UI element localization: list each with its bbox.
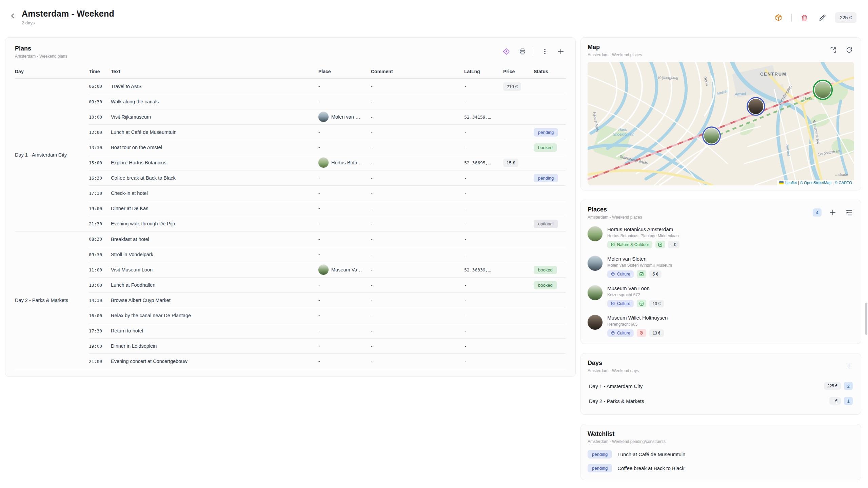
plan-latlng: - — [464, 344, 503, 349]
map-label-hortus: Hortus… — [804, 97, 817, 101]
map-canvas[interactable]: Krijtbergbrug Rokin Amstel Amstel CENTRU… — [588, 62, 854, 185]
place-item[interactable]: Museum Willet-Holthuysen Herengracht 605… — [588, 315, 854, 337]
plan-text: Return to hotel — [111, 328, 318, 333]
place-empty: - — [318, 99, 320, 104]
day-group-label: Day 1 - Amsterdam City — [15, 79, 89, 231]
plan-place: - — [318, 252, 371, 257]
plan-row[interactable]: 16:30 Coffee break at Back to Black - - … — [89, 170, 566, 185]
place-price-badge: - € — [668, 241, 679, 248]
plan-row[interactable]: 06:00 Travel to AMS - - - 210 € — [89, 79, 566, 94]
watchlist-row[interactable]: pending Lunch at Café de Museumtuin — [588, 450, 854, 459]
scrollbar-thumb[interactable] — [865, 303, 867, 335]
day-group-label: Day 2 - Parks & Markets — [15, 231, 89, 369]
plan-row[interactable]: 14:30 Browse Albert Cuyp Market - - - — [89, 292, 566, 308]
place-item[interactable]: Hortus Botanicus Amsterdam Hortus Botani… — [588, 226, 854, 248]
plan-row[interactable]: 12:00 Lunch at Café de Museumtuin - - - … — [89, 124, 566, 140]
plans-table: Day Time Text Place Comment LatLng Price… — [15, 65, 566, 369]
places-list-options-button[interactable] — [844, 207, 854, 218]
plan-latlng: - — [464, 221, 503, 226]
cube-icon — [611, 331, 615, 335]
day-row[interactable]: Day 1 - Amsterdam City 225 € 2 — [588, 379, 854, 393]
map-marker-hortus[interactable] — [813, 80, 832, 99]
plan-latlng: - — [464, 191, 503, 196]
place-subtitle: Herengracht 605 — [607, 322, 668, 327]
osm-link[interactable]: © OpenStreetMap — [800, 181, 831, 185]
route-button[interactable] — [501, 46, 511, 57]
add-place-button[interactable] — [828, 207, 838, 218]
plan-text: Coffee break at Back to Black — [111, 175, 318, 181]
plan-latlng: - — [464, 252, 503, 257]
watchlist-row[interactable]: pending Coffee break at Back to Black — [588, 464, 854, 472]
back-button[interactable] — [9, 11, 16, 21]
place-item[interactable]: Molen van Sloten Molen van Sloten Windmi… — [588, 256, 854, 278]
day-row[interactable]: Day 2 - Parks & Markets - € 1 — [588, 393, 854, 408]
place-avatar — [318, 112, 329, 122]
plan-text: Visit Museum Loon — [111, 267, 318, 272]
plan-place: - — [318, 84, 371, 89]
places-count-badge: 4 — [813, 208, 822, 217]
day-count-badge: 2 — [844, 382, 853, 390]
plan-text: Check-in at hotel — [111, 190, 318, 196]
plan-text: Breakfast at hotel — [111, 237, 318, 242]
map-refresh-button[interactable] — [844, 45, 854, 55]
plan-place: - — [318, 190, 371, 196]
place-empty: - — [318, 282, 320, 288]
plan-place: Hortus Bota… — [318, 158, 371, 168]
plan-row[interactable]: 19:00 Dinner at De Kas - - - — [89, 201, 566, 216]
map-expand-button[interactable] — [828, 45, 838, 55]
plan-time: 11:00 — [89, 267, 111, 272]
place-empty: - — [318, 129, 320, 135]
plan-comment: - — [371, 160, 464, 165]
place-empty: - — [318, 84, 320, 89]
plan-row[interactable]: 21:30 Evening walk through De Pijp - - -… — [89, 216, 566, 231]
delete-trip-button[interactable] — [799, 13, 810, 23]
plan-time: 16:30 — [89, 176, 111, 181]
plan-row[interactable]: 17:30 Return to hotel - - - — [89, 323, 566, 338]
plan-row[interactable]: 17:30 Check-in at hotel - - - — [89, 185, 566, 201]
trash-icon — [801, 14, 808, 22]
status-badge: pending — [534, 128, 558, 137]
plan-comment: - — [371, 145, 464, 150]
plan-row[interactable]: 16:00 Relax by the canal near De Plantag… — [89, 308, 566, 323]
plan-row[interactable]: 08:30 Breakfast at hotel - - - — [89, 231, 566, 247]
carto-link[interactable]: © CARTO — [834, 181, 852, 185]
plan-latlng: - — [464, 99, 503, 104]
plan-day-group: Day 1 - Amsterdam City 06:00 Travel to A… — [15, 79, 566, 231]
price-badge: 15 € — [503, 159, 518, 167]
export-package-button[interactable] — [773, 12, 784, 23]
checkbox-check-icon — [639, 272, 644, 277]
status-badge: booked — [534, 281, 557, 289]
cube-icon — [611, 301, 615, 306]
leaflet-link[interactable]: Leaflet — [785, 181, 797, 185]
plus-icon — [845, 362, 853, 370]
edit-trip-button[interactable] — [817, 13, 828, 23]
plan-time: 19:00 — [89, 206, 111, 211]
plan-row[interactable]: 09:30 Walk along the canals - - - — [89, 94, 566, 109]
page-title: Amsterdam - Weekend — [22, 9, 114, 19]
plan-comment: - — [371, 252, 464, 257]
print-button[interactable] — [517, 46, 528, 57]
day-label: Day 2 - Parks & Markets — [589, 398, 644, 404]
plan-row[interactable]: 19:00 Dinner in Leidseplein - - - — [89, 338, 566, 353]
plan-row[interactable]: 21:00 Evening concert at Concertgebouw -… — [89, 353, 566, 369]
plan-time: 09:30 — [89, 252, 111, 257]
plan-row[interactable]: 15:00 Explore Hortus Botanicus Hortus Bo… — [89, 155, 566, 170]
attr-comma: , — [832, 181, 833, 185]
plan-text: Dinner at De Kas — [111, 206, 318, 211]
map-marker-vanloon[interactable] — [703, 127, 720, 145]
plan-row[interactable]: 11:00 Visit Museum Loon Museum Va… - 52.… — [89, 262, 566, 277]
plan-row[interactable]: 10:00 Visit Rijksmuseum Molen van … - 52… — [89, 109, 566, 124]
plan-row[interactable]: 13:00 Lunch at Foodhallen - - - booked — [89, 277, 566, 292]
plan-row[interactable]: 13:30 Boat tour on the Amstel - - - book… — [89, 140, 566, 155]
plan-time: 17:30 — [89, 328, 111, 333]
plan-time: 06:00 — [89, 84, 111, 89]
map-marker-willet[interactable] — [747, 98, 765, 115]
add-day-button[interactable] — [844, 361, 854, 371]
plans-panel: Plans Amsterdam - Weekend plans — [5, 37, 576, 377]
page-header: Amsterdam - Weekend 2 days 225 € — [0, 0, 868, 34]
plans-more-button[interactable] — [540, 47, 550, 56]
add-plan-button[interactable] — [556, 46, 566, 57]
plan-place: - — [318, 175, 371, 181]
place-item[interactable]: Museum Van Loon Keizersgracht 672 Cultur… — [588, 285, 854, 307]
plan-row[interactable]: 09:30 Stroll in Vondelpark - - - — [89, 247, 566, 262]
